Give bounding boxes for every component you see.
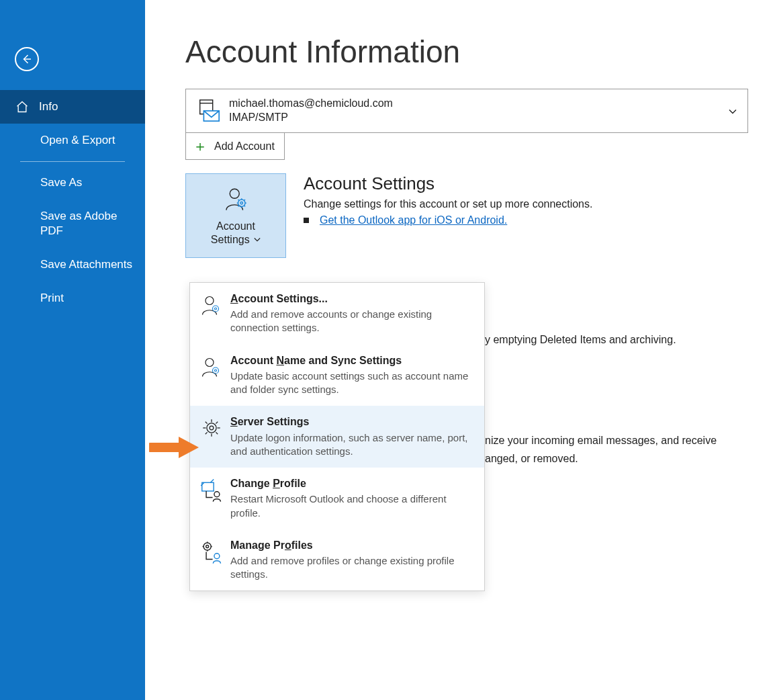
person-gear-icon <box>197 292 226 335</box>
person-gear-icon <box>222 185 250 216</box>
backstage-sidebar: Info Open & Export Save As Save as Adobe… <box>0 0 145 700</box>
menu-item-desc: Add and remove accounts or change existi… <box>230 308 475 335</box>
menu-item-desc: Update logon information, such as server… <box>230 431 475 459</box>
annotation-arrow-icon <box>149 435 201 462</box>
get-outlook-app-link[interactable]: Get the Outlook app for iOS or Android. <box>320 214 507 226</box>
account-settings-description: Change settings for this account or set … <box>304 198 592 210</box>
menu-item-change-profile[interactable]: Change Profile Restart Microsoft Outlook… <box>190 468 484 529</box>
svg-line-12 <box>238 206 239 206</box>
svg-rect-30 <box>202 482 214 491</box>
svg-line-13 <box>244 200 245 200</box>
svg-point-21 <box>210 427 214 431</box>
sidebar-item-print[interactable]: Print <box>0 281 145 315</box>
menu-item-title: Account Name and Sync Settings <box>230 354 475 367</box>
mail-account-icon <box>194 96 224 126</box>
svg-point-38 <box>214 554 220 559</box>
back-button[interactable] <box>15 47 39 71</box>
menu-item-desc: Add and remove profiles or change existi… <box>230 554 475 582</box>
sidebar-item-save-attachments[interactable]: Save Attachments <box>0 248 145 281</box>
menu-item-title: Manage Profiles <box>230 539 475 552</box>
svg-point-33 <box>206 545 209 548</box>
svg-line-29 <box>216 422 218 424</box>
svg-point-5 <box>240 202 243 204</box>
svg-point-31 <box>214 492 220 497</box>
get-app-line: Get the Outlook app for iOS or Android. <box>304 214 592 226</box>
background-text: y emptying Deleted Items and archiving. <box>485 334 676 346</box>
background-text: nize your incoming email messages, and r… <box>485 435 717 447</box>
svg-line-11 <box>244 206 245 206</box>
account-text: michael.thomas@chemicloud.com IMAP/SMTP <box>229 97 393 125</box>
account-settings-heading: Account Settings <box>304 173 592 194</box>
menu-item-title: Server Settings <box>230 415 475 428</box>
account-settings-text: Account Settings Change settings for thi… <box>304 173 592 258</box>
bullet-icon <box>304 218 309 223</box>
sidebar-item-save-as[interactable]: Save As <box>0 166 145 200</box>
svg-line-10 <box>238 200 239 200</box>
svg-point-15 <box>213 306 219 312</box>
svg-point-3 <box>230 189 239 198</box>
svg-point-18 <box>213 367 219 374</box>
menu-item-name-sync-settings[interactable]: Account Name and Sync Settings Update ba… <box>190 345 484 406</box>
background-text: anged, or removed. <box>485 453 578 465</box>
menu-item-title: Account Settings... <box>230 292 475 305</box>
manage-profiles-icon <box>197 539 226 582</box>
sidebar-divider <box>20 161 125 162</box>
svg-point-19 <box>215 369 217 371</box>
svg-line-27 <box>216 433 218 435</box>
menu-item-account-settings[interactable]: Account Settings... Add and remove accou… <box>190 283 484 345</box>
account-settings-button[interactable]: Account Settings <box>185 173 286 258</box>
change-profile-icon <box>197 477 226 520</box>
menu-item-manage-profiles[interactable]: Manage Profiles Add and remove profiles … <box>190 529 484 591</box>
sidebar-item-info[interactable]: Info <box>0 90 145 124</box>
account-settings-dropdown: Account Settings... Add and remove accou… <box>189 282 485 591</box>
menu-item-server-settings[interactable]: Server Settings Update logon information… <box>190 406 484 468</box>
chevron-down-icon <box>254 237 261 243</box>
svg-point-16 <box>215 308 217 310</box>
svg-point-4 <box>238 200 246 207</box>
add-account-label: Add Account <box>214 140 275 152</box>
svg-point-20 <box>207 423 216 433</box>
plus-icon: ＋ <box>193 136 208 157</box>
account-settings-row: Account Settings Account Settings Change… <box>185 173 748 258</box>
home-icon <box>15 99 30 114</box>
account-protocol: IMAP/SMTP <box>229 111 393 125</box>
dropdown-caret-icon <box>729 105 737 117</box>
menu-item-title: Change Profile <box>230 477 475 490</box>
page-title: Account Information <box>185 34 748 70</box>
account-settings-button-label: Account Settings <box>211 220 261 247</box>
add-account-button[interactable]: ＋ Add Account <box>185 133 285 160</box>
person-gear-icon <box>197 354 226 397</box>
svg-point-17 <box>206 358 214 366</box>
account-email: michael.thomas@chemicloud.com <box>229 97 393 111</box>
svg-line-28 <box>206 433 208 435</box>
arrow-left-icon <box>21 53 33 65</box>
sidebar-item-save-as-adobe-pdf[interactable]: Save as Adobe PDF <box>0 200 145 248</box>
svg-line-26 <box>206 422 208 424</box>
sidebar-item-label: Info <box>39 100 58 114</box>
menu-item-desc: Update basic account settings such as ac… <box>230 369 475 397</box>
account-selector[interactable]: michael.thomas@chemicloud.com IMAP/SMTP <box>185 89 748 133</box>
svg-point-14 <box>206 297 214 305</box>
svg-point-32 <box>203 543 211 550</box>
sidebar-item-open-export[interactable]: Open & Export <box>0 124 145 157</box>
menu-item-desc: Restart Microsoft Outlook and choose a d… <box>230 492 475 520</box>
